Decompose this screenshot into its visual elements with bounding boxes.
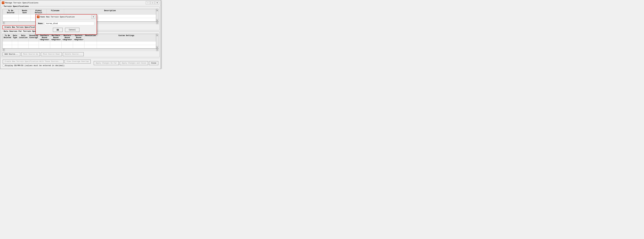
app-icon: R (2, 2, 4, 4)
col-to-be-deleted: To BeDeleted (3, 9, 18, 15)
ds-col-resolution: Resolution (84, 34, 97, 42)
scroll-left-arrow[interactable]: ◄ (2, 22, 5, 24)
display-ddmmss-checkbox[interactable] (3, 65, 4, 67)
ds-col-to-be-deleted: To BeDeleted (3, 34, 12, 42)
ds-col-data-location: DataLocation (18, 34, 28, 42)
minimize-button[interactable]: − (146, 1, 150, 5)
modal-cancel-button[interactable]: Cancel (65, 28, 80, 32)
maximize-button[interactable]: □ (150, 1, 154, 5)
apply-changes-close-button: Apply Changes and Close (120, 61, 148, 65)
terrain-specs-label: Terrain Specifications (3, 5, 30, 8)
scroll-track (156, 11, 158, 19)
close-window-button[interactable]: ✕ (155, 1, 159, 5)
ds-scroll-up-arrow[interactable]: ▲ (156, 34, 158, 36)
ds-vertical-scrollbar[interactable]: ▲ ▼ (156, 34, 158, 49)
bottom-left: Create New Terrain Specification With Th… (3, 60, 94, 67)
modal-buttons: OK Cancel (38, 28, 94, 32)
scroll-down-arrow[interactable]: ▼ (156, 19, 158, 22)
data-sources-table: To BeDeleted DataType DataLocation Bound… (3, 34, 156, 49)
bottom-bar: Create New Terrain Specification With Th… (2, 59, 160, 68)
ds-scroll-down-arrow[interactable]: ▼ (156, 46, 158, 49)
ds-col-bounding-coverage: BoundingCoverage (28, 34, 39, 42)
move-source-up-button: Move Source Up (21, 52, 40, 56)
display-checkbox-row: Display DD/MM/SS (values must be entered… (3, 65, 64, 67)
modal-body: Name: OK Cancel (36, 19, 96, 34)
data-sources-table-container: To BeDeleted DataType DataLocation Bound… (2, 34, 158, 49)
ds-scroll-right-arrow[interactable]: ► (156, 49, 158, 51)
ds-col-southern-bound: SouthernBound<degrees> (39, 34, 50, 42)
bottom-right: Apply Changes So Far Apply Changes and C… (94, 61, 158, 65)
apply-changes-so-far-button: Apply Changes So Far (94, 61, 119, 65)
col-global-default: GlobalDefault (31, 9, 46, 15)
ds-scroll-track (156, 36, 158, 46)
ds-scroll-left-arrow[interactable]: ◄ (2, 49, 5, 51)
close-button[interactable]: Close (149, 61, 158, 65)
data-sources-content: To BeDeleted DataType DataLocation Bound… (2, 32, 160, 57)
col-description: Description (64, 9, 156, 15)
window-title: Manage Terrain Specifications (5, 2, 38, 4)
data-sources-buttons: Add Source... Move Source Up Move Source… (2, 52, 158, 56)
ds-horizontal-scrollbar[interactable]: ◄ ► (2, 49, 158, 51)
data-sources-section: Data Sources For Terrain Specification: … (2, 32, 160, 57)
table-row (3, 42, 156, 45)
scroll-right-arrow[interactable]: ► (156, 22, 158, 24)
ds-col-western-bound: WesternBound<degrees> (62, 34, 73, 42)
main-window: R Manage Terrain Specifications − □ ✕ Te… (0, 0, 161, 69)
scroll-up-arrow[interactable]: ▲ (156, 9, 158, 11)
vertical-scrollbar[interactable]: ▲ ▼ (156, 9, 158, 22)
col-needs-save: NeedsSave (18, 9, 30, 15)
view-coverage-button: View Coverage Overlap (64, 60, 91, 64)
display-ddmmss-label: Display DD/MM/SS (values must be entered… (5, 65, 64, 67)
delete-source-button: Delete Source... (63, 52, 84, 56)
modal-ok-button[interactable]: OK (53, 28, 63, 32)
table-row (3, 45, 156, 49)
modal-app-icon: R (37, 16, 40, 18)
modal-close-button[interactable]: ✕ (91, 15, 96, 19)
title-bar-left: R Manage Terrain Specifications (2, 2, 38, 4)
move-source-down-button: Move Source Down (41, 52, 62, 56)
add-source-button[interactable]: Add Source... (2, 52, 20, 56)
title-buttons: − □ ✕ (146, 1, 159, 5)
modal-title: Name New Terrain Specification (40, 16, 75, 18)
title-bar: R Manage Terrain Specifications − □ ✕ (0, 0, 161, 6)
ds-col-northern-bound: NorthernBound<degrees> (50, 34, 62, 42)
modal-name-label: Name: (38, 23, 44, 25)
ds-scroll-track-h (5, 49, 156, 51)
modal-name-row: Name: (38, 22, 94, 25)
create-with-sources-button: Create New Terrain Specification With Th… (3, 60, 64, 64)
modal-name-input[interactable] (45, 22, 94, 25)
col-filename: Filename (46, 9, 64, 15)
main-content: Terrain Specifications To BeDeleted Need… (0, 6, 161, 69)
ds-col-eastern-bound: EasternBound<degrees> (73, 34, 84, 42)
modal-title-bar: R Name New Terrain Specification ✕ (36, 15, 96, 19)
ds-col-custom-settings: Custom Settings (97, 34, 156, 42)
modal-title-left: R Name New Terrain Specification (37, 16, 75, 18)
name-terrain-modal: R Name New Terrain Specification ✕ Name:… (36, 14, 97, 35)
ds-col-data-type: DataType (12, 34, 18, 42)
